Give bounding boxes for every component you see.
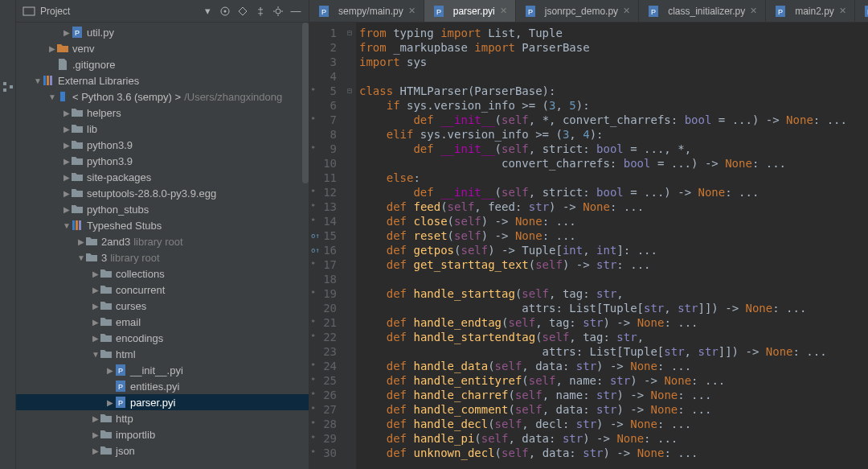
code-line[interactable]: def feed(self, feed: str) -> None: ...: [359, 200, 868, 214]
line-number[interactable]: 12*: [309, 185, 337, 200]
fold-toggle[interactable]: [343, 214, 356, 228]
tree-arrow-icon[interactable]: ▼: [48, 93, 56, 101]
code-line[interactable]: def __init__(self, strict: bool = ...) -…: [359, 185, 868, 200]
tree-arrow-icon[interactable]: ▶: [106, 366, 114, 375]
code-line[interactable]: else:: [359, 171, 868, 185]
close-icon[interactable]: ✕: [500, 6, 507, 16]
gutter-marker-icon[interactable]: *: [311, 315, 315, 330]
project-tree[interactable]: ▶Putil.py▶venv.gitignore▼External Librar…: [16, 23, 309, 469]
tree-arrow-icon[interactable]: ▼: [63, 221, 71, 230]
line-gutter[interactable]: 12345*67*89*101112*13*14*15o↑16o↑17*1819…: [309, 23, 343, 469]
tree-arrow-icon[interactable]: ▶: [92, 414, 100, 423]
line-number[interactable]: 5*: [309, 84, 337, 98]
chevron-down-icon[interactable]: ▾: [201, 5, 214, 18]
gutter-marker-icon[interactable]: *: [311, 417, 315, 431]
gutter-marker-icon[interactable]: *: [311, 113, 315, 127]
fold-toggle[interactable]: [343, 127, 356, 142]
code-line[interactable]: def __init__(self, strict: bool = ..., *…: [359, 142, 868, 156]
fold-toggle[interactable]: [343, 344, 356, 359]
code-line[interactable]: def handle_startendtag(self, tag: str,: [359, 330, 868, 344]
editor-tab[interactable]: Pparser.pyi✕: [424, 0, 516, 22]
line-number[interactable]: 13*: [309, 200, 337, 214]
close-icon[interactable]: ✕: [839, 6, 846, 16]
fold-toggle[interactable]: [343, 228, 356, 243]
tree-arrow-icon[interactable]: ▶: [106, 398, 114, 407]
line-number[interactable]: 22*: [309, 330, 337, 344]
tree-arrow-icon[interactable]: ▶: [92, 269, 100, 278]
code-line[interactable]: attrs: List[Tuple[str, str]]) -> None: .…: [359, 344, 868, 359]
line-number[interactable]: 28*: [309, 417, 337, 431]
minimize-icon[interactable]: —: [289, 5, 302, 18]
editor-tab[interactable]: Pen: [855, 0, 868, 22]
code-line[interactable]: [359, 272, 868, 286]
code-line[interactable]: convert_charrefs: bool = ...) -> None: .…: [359, 156, 868, 171]
fold-toggle[interactable]: [343, 200, 356, 214]
fold-toggle[interactable]: [343, 301, 356, 315]
code-line[interactable]: def get_starttag_text(self) -> str: ...: [359, 257, 868, 272]
gutter-marker-icon[interactable]: *: [311, 359, 315, 373]
close-icon[interactable]: ✕: [623, 6, 630, 16]
code-line[interactable]: import sys: [359, 55, 868, 69]
fold-column[interactable]: ⊟⊟: [343, 23, 356, 469]
code-line[interactable]: def handle_entityref(self, name: str) ->…: [359, 373, 868, 388]
tree-arrow-icon[interactable]: ▶: [63, 109, 71, 117]
close-icon[interactable]: ✕: [408, 6, 416, 16]
gutter-marker-icon[interactable]: *: [311, 402, 315, 417]
tree-item[interactable]: ▶curses: [16, 298, 309, 314]
gutter-marker-icon[interactable]: o↑: [311, 243, 320, 257]
line-number[interactable]: 29*: [309, 431, 337, 446]
tree-item[interactable]: ▼Typeshed Stubs: [16, 217, 309, 233]
fold-toggle[interactable]: [343, 417, 356, 431]
code-line[interactable]: def unknown_decl(self, data: str) -> Non…: [359, 446, 868, 460]
tree-item[interactable]: ▶helpers: [16, 105, 309, 121]
tree-arrow-icon[interactable]: ▶: [63, 205, 71, 214]
line-number[interactable]: 18: [309, 272, 337, 286]
tree-arrow-icon[interactable]: ▶: [63, 157, 71, 166]
code-line[interactable]: from typing import List, Tuple: [359, 26, 868, 40]
line-number[interactable]: 24*: [309, 359, 337, 373]
line-number[interactable]: 11: [309, 171, 337, 185]
tree-item[interactable]: ▼External Libraries: [16, 72, 309, 88]
gutter-marker-icon[interactable]: *: [311, 431, 315, 446]
tree-arrow-icon[interactable]: ▶: [63, 141, 71, 150]
code-line[interactable]: def handle_charref(self, name: str) -> N…: [359, 388, 868, 402]
collapse-icon[interactable]: ‡: [254, 5, 267, 18]
structure-icon[interactable]: [2, 80, 14, 93]
code-line[interactable]: def __init__(self, *, convert_charrefs: …: [359, 113, 868, 127]
tree-item[interactable]: ▼3library root: [16, 249, 309, 265]
line-number[interactable]: 25*: [309, 373, 337, 388]
gutter-marker-icon[interactable]: *: [311, 373, 315, 388]
fold-toggle[interactable]: [343, 156, 356, 171]
tree-item[interactable]: ▶python_stubs: [16, 201, 309, 217]
gutter-marker-icon[interactable]: *: [311, 330, 315, 344]
tree-item[interactable]: Pentities.pyi: [16, 378, 309, 394]
fold-toggle[interactable]: [343, 185, 356, 200]
tree-item[interactable]: ▶lib: [16, 121, 309, 137]
line-number[interactable]: 20: [309, 301, 337, 315]
tree-item[interactable]: ▶python3.9: [16, 153, 309, 169]
line-number[interactable]: 1: [309, 26, 337, 40]
gutter-marker-icon[interactable]: *: [311, 257, 315, 272]
tree-item[interactable]: ▶Putil.py: [16, 24, 309, 40]
code-line[interactable]: if sys.version_info >= (3, 5):: [359, 98, 868, 113]
line-number[interactable]: 26*: [309, 388, 337, 402]
line-number[interactable]: 9*: [309, 142, 337, 156]
tree-arrow-icon[interactable]: ▶: [63, 173, 71, 182]
line-number[interactable]: 4: [309, 69, 337, 84]
tree-item[interactable]: ▶site-packages: [16, 169, 309, 185]
tree-item[interactable]: ▶email: [16, 314, 309, 330]
gutter-marker-icon[interactable]: *: [311, 84, 315, 98]
fold-toggle[interactable]: [343, 243, 356, 257]
line-number[interactable]: 21*: [309, 315, 337, 330]
editor-tab[interactable]: Pmain2.py✕: [766, 0, 855, 22]
line-number[interactable]: 2: [309, 40, 337, 55]
fold-toggle[interactable]: [343, 142, 356, 156]
code-line[interactable]: def handle_endtag(self, tag: str) -> Non…: [359, 315, 868, 330]
code-line[interactable]: def handle_decl(self, decl: str) -> None…: [359, 417, 868, 431]
fold-toggle[interactable]: [343, 257, 356, 272]
line-number[interactable]: 30*: [309, 446, 337, 460]
line-number[interactable]: 14*: [309, 214, 337, 228]
fold-toggle[interactable]: [343, 315, 356, 330]
fold-toggle[interactable]: ⊟: [343, 84, 356, 98]
fold-toggle[interactable]: [343, 98, 356, 113]
